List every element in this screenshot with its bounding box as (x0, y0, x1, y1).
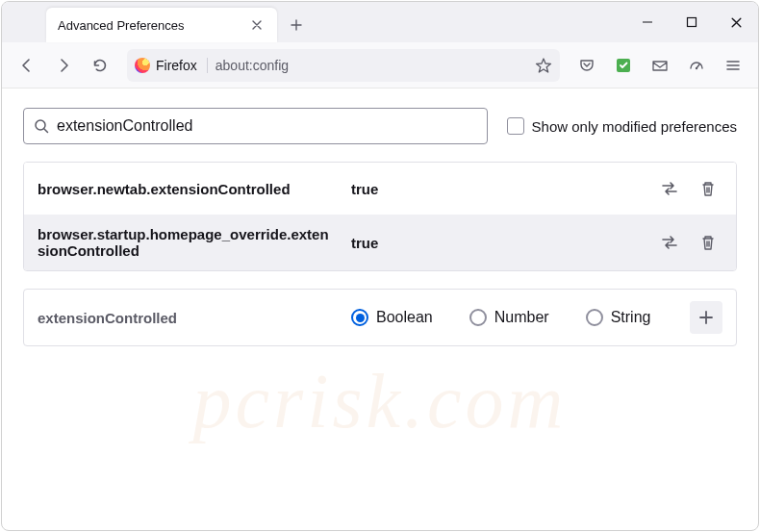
pref-row: browser.newtab.extensionControlled true (24, 163, 736, 215)
show-modified-toggle[interactable]: Show only modified preferences (507, 117, 737, 135)
pocket-icon[interactable] (571, 50, 602, 81)
search-box[interactable] (23, 108, 488, 144)
new-pref-row: extensionControlled Boolean Number Strin… (23, 289, 737, 346)
new-pref-name: extensionControlled (38, 310, 336, 326)
svg-rect-0 (688, 18, 697, 27)
browser-window: Advanced Preferences (1, 1, 759, 531)
toggle-icon[interactable] (655, 228, 684, 257)
pref-row: browser.startup.homepage_override.extens… (24, 215, 736, 270)
content-area: Show only modified preferences browser.n… (2, 89, 758, 530)
pref-actions (655, 174, 722, 203)
forward-button[interactable] (48, 50, 79, 81)
type-string[interactable]: String (586, 309, 651, 326)
type-boolean[interactable]: Boolean (351, 309, 433, 326)
type-options: Boolean Number String (351, 309, 674, 326)
minimize-button[interactable] (625, 2, 670, 42)
type-label: Number (494, 309, 549, 326)
title-bar: Advanced Preferences (2, 2, 758, 42)
pref-value: true (351, 181, 640, 197)
checkbox-icon[interactable] (507, 117, 524, 135)
reload-button[interactable] (85, 50, 115, 81)
bookmark-star-icon[interactable] (535, 57, 552, 74)
svg-point-2 (696, 66, 697, 68)
window-controls (625, 2, 758, 42)
nav-toolbar: Firefox (2, 42, 758, 89)
pref-actions (655, 228, 722, 257)
close-tab-icon[interactable] (248, 16, 266, 34)
identity-label: Firefox (156, 58, 197, 73)
firefox-icon (135, 58, 150, 73)
show-modified-label: Show only modified preferences (532, 118, 737, 135)
add-pref-button[interactable] (690, 301, 722, 334)
search-input[interactable] (57, 117, 477, 135)
radio-icon[interactable] (586, 309, 603, 326)
inbox-icon[interactable] (645, 50, 675, 81)
back-button[interactable] (12, 50, 42, 81)
watermark: pcrisk.com (2, 358, 758, 445)
dashboard-icon[interactable] (681, 50, 712, 81)
close-window-button[interactable] (714, 2, 758, 42)
app-menu-icon[interactable] (718, 50, 748, 81)
url-bar[interactable]: Firefox (127, 49, 560, 82)
radio-icon[interactable] (351, 309, 368, 326)
tab-title: Advanced Preferences (58, 18, 241, 33)
pref-name: browser.startup.homepage_override.extens… (38, 226, 336, 259)
search-row: Show only modified preferences (23, 108, 737, 144)
browser-tab[interactable]: Advanced Preferences (46, 8, 277, 42)
new-tab-button[interactable] (283, 12, 310, 38)
search-icon (34, 118, 49, 134)
url-input[interactable] (215, 58, 527, 73)
pref-name: browser.newtab.extensionControlled (38, 181, 336, 197)
url-identity: Firefox (135, 58, 208, 73)
pref-value: true (351, 235, 640, 251)
delete-icon[interactable] (694, 174, 722, 203)
radio-icon[interactable] (469, 309, 487, 326)
maximize-button[interactable] (670, 2, 714, 42)
type-number[interactable]: Number (469, 309, 549, 326)
toggle-icon[interactable] (655, 174, 684, 203)
prefs-table: browser.newtab.extensionControlled true … (23, 162, 737, 271)
delete-icon[interactable] (694, 228, 722, 257)
extension-icon[interactable] (608, 50, 639, 81)
type-label: Boolean (376, 309, 433, 326)
type-label: String (611, 309, 651, 326)
